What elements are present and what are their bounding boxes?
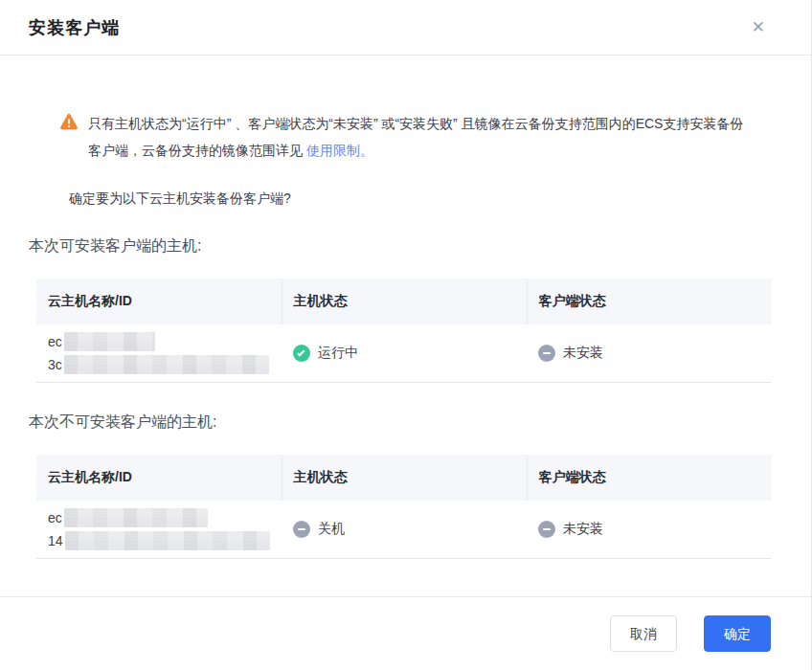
check-circle-icon bbox=[293, 345, 310, 362]
column-header-client-status: 客户端状态 bbox=[527, 279, 772, 324]
host-id-prefix: 3c bbox=[48, 355, 62, 374]
host-status-label: 关机 bbox=[318, 521, 345, 538]
column-header-host-status: 主机状态 bbox=[282, 279, 527, 324]
column-header-host-name: 云主机名称/ID bbox=[36, 279, 282, 324]
redacted-host-id bbox=[65, 531, 270, 550]
client-status-cell: 未安装 bbox=[527, 324, 772, 383]
section-installable-heading: 本次可安装客户端的主机: bbox=[29, 234, 771, 257]
column-header-host-name: 云主机名称/ID bbox=[36, 455, 282, 501]
host-name-prefix: ec bbox=[48, 508, 62, 527]
table-row: ec 3c 运行中 未安装 bbox=[36, 324, 772, 383]
minus-circle-icon bbox=[538, 521, 555, 538]
client-status-label: 未安装 bbox=[563, 345, 603, 362]
host-name-id-cell: ec 3c bbox=[36, 324, 282, 383]
section-non-installable-heading: 本次不可安装客户端的主机: bbox=[29, 411, 771, 434]
host-status-label: 运行中 bbox=[318, 345, 358, 362]
redacted-host-name bbox=[64, 508, 208, 527]
host-id-prefix: 14 bbox=[48, 531, 63, 550]
alert-message: 只有主机状态为“运行中” 、客户端状态为“未安装” 或“安装失败” 且镜像在云备… bbox=[88, 110, 756, 164]
usage-limit-link[interactable]: 使用限制。 bbox=[306, 143, 373, 158]
minus-circle-icon bbox=[538, 345, 555, 362]
redacted-host-name bbox=[64, 332, 155, 351]
confirm-question: 确定要为以下云主机安装备份客户端? bbox=[69, 190, 771, 207]
installable-hosts-table: 云主机名称/ID 主机状态 客户端状态 ec 3c bbox=[36, 279, 772, 383]
column-header-client-status: 客户端状态 bbox=[527, 455, 772, 501]
host-name-id-cell: ec 14 bbox=[36, 501, 282, 559]
close-icon[interactable]: ✕ bbox=[748, 15, 769, 39]
non-installable-hosts-table: 云主机名称/ID 主机状态 客户端状态 ec 14 bbox=[36, 455, 772, 559]
install-client-dialog: 安装客户端 ✕ 只有主机状态为“运行中” 、客户端状态为“未安装” 或“安装失败… bbox=[0, 0, 812, 670]
dialog-body: 只有主机状态为“运行中” 、客户端状态为“未安装” 或“安装失败” 且镜像在云备… bbox=[0, 110, 811, 559]
redacted-host-id bbox=[64, 355, 269, 374]
warning-triangle-icon bbox=[59, 112, 79, 135]
table-row: ec 14 关机 未安装 bbox=[36, 501, 772, 559]
cancel-button[interactable]: 取消 bbox=[610, 615, 677, 652]
table-header-row: 云主机名称/ID 主机状态 客户端状态 bbox=[36, 455, 772, 501]
minus-circle-icon bbox=[293, 521, 310, 538]
table-header-row: 云主机名称/ID 主机状态 客户端状态 bbox=[36, 279, 772, 324]
client-status-cell: 未安装 bbox=[527, 501, 772, 559]
dialog-title: 安装客户端 bbox=[29, 16, 120, 39]
client-status-label: 未安装 bbox=[563, 521, 603, 538]
column-header-host-status: 主机状态 bbox=[282, 455, 527, 501]
host-status-cell: 运行中 bbox=[282, 324, 527, 383]
host-status-cell: 关机 bbox=[282, 501, 527, 559]
host-name-prefix: ec bbox=[48, 332, 62, 351]
alert-message-text: 只有主机状态为“运行中” 、客户端状态为“未安装” 或“安装失败” 且镜像在云备… bbox=[88, 116, 743, 158]
confirm-button[interactable]: 确定 bbox=[704, 615, 771, 652]
warning-alert: 只有主机状态为“运行中” 、客户端状态为“未安装” 或“安装失败” 且镜像在云备… bbox=[59, 110, 771, 164]
dialog-footer: 取消 确定 bbox=[0, 596, 811, 670]
dialog-header: 安装客户端 ✕ bbox=[0, 0, 811, 56]
